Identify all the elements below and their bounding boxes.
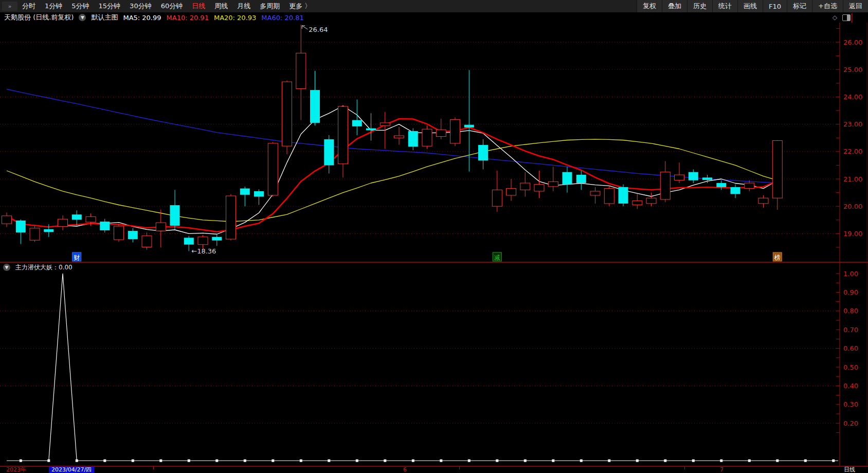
- menu-item-多周期[interactable]: 多周期: [255, 2, 284, 10]
- svg-text:25.00: 25.00: [843, 66, 862, 74]
- ma-label-MA20: MA20: 20.93: [214, 14, 256, 22]
- svg-text:←18.36: ←18.36: [191, 247, 216, 255]
- svg-text:减: 减: [494, 254, 500, 261]
- toolbar-button-+自选[interactable]: +自选: [812, 0, 843, 12]
- period-menu-items: 分时1分钟5分钟15分钟30分钟60分钟日线周线月线多周期更多 〉: [17, 2, 316, 11]
- svg-text:0.40: 0.40: [843, 382, 858, 390]
- sub-chart-svg[interactable]: 0.200.300.400.500.600.700.800.901.00: [0, 262, 868, 466]
- trading-terminal: » 分时1分钟5分钟15分钟30分钟60分钟日线周线月线多周期更多 〉 复权叠加…: [0, 0, 868, 473]
- toolbar-button-统计[interactable]: 统计: [712, 0, 737, 12]
- period-label[interactable]: 日线: [844, 467, 855, 473]
- svg-text:0.30: 0.30: [843, 401, 858, 408]
- svg-text:1.00: 1.00: [843, 270, 858, 278]
- ma-label-MA5: MA5: 20.99: [123, 14, 161, 22]
- month-label-6: 6: [403, 467, 407, 473]
- toolbar-button-标记[interactable]: 标记: [787, 0, 812, 12]
- menu-item-30分钟[interactable]: 30分钟: [125, 2, 156, 10]
- infobar-right-icons: ◇: [833, 14, 851, 21]
- year-label: 2023年: [6, 467, 26, 473]
- menu-item-5分钟[interactable]: 5分钟: [67, 2, 94, 10]
- period-menubar: » 分时1分钟5分钟15分钟30分钟60分钟日线周线月线多周期更多 〉 复权叠加…: [0, 0, 868, 12]
- svg-text:21.00: 21.00: [843, 175, 862, 183]
- ma-value-labels: MA5: 20.99MA10: 20.91MA20: 20.93MA60: 20…: [123, 14, 309, 22]
- axis-top-border: [852, 13, 852, 23]
- svg-text:0.70: 0.70: [843, 326, 858, 334]
- sub-indicator-label: 主力潜伏大妖：0.00: [15, 263, 73, 272]
- toolbar-button-返回[interactable]: 返回: [843, 0, 868, 12]
- svg-text:0.60: 0.60: [843, 344, 858, 352]
- sub-indicator-header: ▼ 主力潜伏大妖：0.00: [3, 263, 73, 271]
- ma-label-MA10: MA10: 20.91: [167, 14, 209, 22]
- stock-title: 天鹅股份 (日线.前复权): [4, 13, 74, 22]
- menu-item-更多 〉[interactable]: 更多 〉: [284, 2, 316, 10]
- menu-item-60分钟[interactable]: 60分钟: [156, 2, 188, 10]
- menu-item-1分钟[interactable]: 1分钟: [40, 2, 67, 10]
- chevron-down-icon[interactable]: ▼: [79, 14, 86, 21]
- svg-text:26.64: 26.64: [309, 26, 328, 33]
- svg-text:20.00: 20.00: [843, 203, 862, 210]
- svg-text:23.00: 23.00: [843, 120, 862, 128]
- menu-item-周线[interactable]: 周线: [210, 2, 232, 10]
- month-boundary-tick: [459, 467, 460, 469]
- svg-text:0.20: 0.20: [843, 420, 858, 427]
- toolbar-button-复权[interactable]: 复权: [637, 0, 662, 12]
- menu-item-分时[interactable]: 分时: [17, 2, 40, 10]
- selected-date-badge: 2023/04/27/四: [49, 467, 94, 473]
- chart-preset-label[interactable]: 默认主图: [91, 13, 118, 22]
- toolbar-button-F10[interactable]: F10: [763, 0, 787, 12]
- toolbar-button-历史[interactable]: 历史: [687, 0, 712, 12]
- svg-text:26.00: 26.00: [843, 39, 862, 46]
- svg-text:0.80: 0.80: [843, 307, 858, 315]
- svg-text:24.00: 24.00: [843, 93, 862, 101]
- menu-item-月线[interactable]: 月线: [232, 2, 255, 10]
- svg-text:0.90: 0.90: [843, 288, 858, 296]
- ma-label-MA60: MA60: 20.81: [261, 14, 303, 22]
- svg-text:0.50: 0.50: [843, 363, 858, 371]
- statusbar: 2023年 2023/04/27/四 67 日线: [0, 467, 868, 473]
- chart-infobar: 天鹅股份 (日线.前复权) ▼ 默认主图 MA5: 20.99MA10: 20.…: [0, 12, 868, 23]
- svg-text:榜: 榜: [774, 254, 781, 261]
- main-chart-svg[interactable]: 19.0020.0021.0022.0023.0024.0025.0026.00…: [0, 23, 868, 262]
- split-window-icon[interactable]: [842, 14, 851, 21]
- diamond-icon[interactable]: ◇: [833, 14, 837, 21]
- month-label-7: 7: [720, 467, 724, 473]
- month-boundary-tick: [684, 467, 685, 469]
- menu-item-15分钟[interactable]: 15分钟: [94, 2, 125, 10]
- svg-text:财: 财: [74, 254, 80, 261]
- menu-item-日线[interactable]: 日线: [187, 2, 210, 10]
- toolbar-button-画线[interactable]: 画线: [737, 0, 763, 12]
- svg-text:19.00: 19.00: [843, 230, 862, 238]
- window-panel-icon[interactable]: »: [2, 2, 17, 11]
- chevron-down-icon[interactable]: ▼: [3, 264, 10, 271]
- toolbar-button-叠加[interactable]: 叠加: [662, 0, 687, 12]
- svg-text:22.00: 22.00: [843, 148, 862, 155]
- month-boundary-tick: [153, 467, 154, 469]
- toolbar-buttons: 复权叠加历史统计画线F10标记+自选返回: [637, 0, 868, 12]
